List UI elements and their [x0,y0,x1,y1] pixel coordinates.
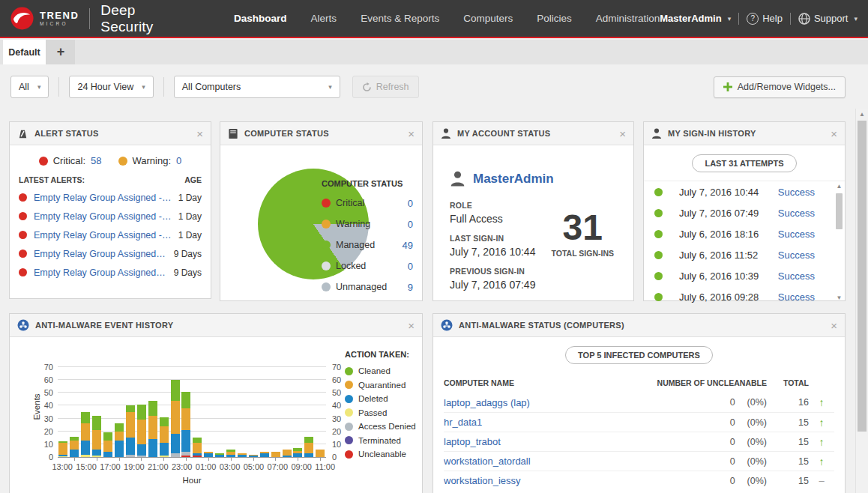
person-icon [651,128,662,139]
table-row: hr_data10(0%)15↑ [444,412,834,432]
bar-22:00[interactable] [171,380,180,457]
alert-row: Empty Relay Group Assigned - 19...1 Day [19,188,202,207]
bar-09:00[interactable] [293,448,302,457]
close-icon[interactable]: × [408,320,415,331]
legend-label: Locked [336,261,366,271]
close-icon[interactable]: × [831,320,837,331]
support-menu[interactable]: Support ▾ [798,13,858,25]
bar-segment-deleted [238,455,247,457]
alert-link[interactable]: Empty Relay Group Assigned - CA... [34,230,172,241]
critical-count-link[interactable]: 58 [91,155,101,166]
trend-up-icon: ↑ [809,396,834,408]
bar-14:00[interactable] [81,412,90,457]
scroll-up-icon[interactable]: ▲ [834,183,844,190]
computer-name-link[interactable]: workstation_atordall [444,456,654,467]
bar-07:00[interactable] [271,452,280,457]
scope-value: All [19,82,29,92]
close-icon[interactable]: × [408,128,415,139]
user-menu[interactable]: MasterAdmin ▾ [660,13,731,24]
last-attempts-button[interactable]: LAST 31 ATTEMPTS [692,154,796,172]
bar-17:00[interactable] [115,423,124,457]
scroll-down-icon[interactable]: ▼ [834,294,844,302]
close-icon[interactable]: × [196,128,203,139]
bar-03:00[interactable] [226,450,235,457]
bar-segment-deleted [92,450,101,456]
legend-count-link[interactable]: 0 [408,219,413,230]
refresh-button[interactable]: Refresh [352,76,419,98]
bar-12:00[interactable] [58,441,67,457]
scope-dropdown[interactable]: All ▾ [10,76,49,98]
bar-segment-passed [160,456,169,457]
tick-slot [315,458,326,461]
table-row: laptop_adaggs (lap)0(0%)16↑ [444,393,834,412]
computer-status-widget: COMPUTER STATUS × COMPUTER STATUS Critic… [220,121,423,301]
bar-06:00[interactable] [260,452,269,457]
page-scrollbar[interactable]: ▲ [855,109,868,493]
top5-infected-button[interactable]: TOP 5 INFECTED COMPUTERS [565,346,713,364]
account-username-link[interactable]: MasterAdmin [473,172,554,187]
y-tick-label: 0 [34,453,53,462]
signin-scrollbar[interactable]: ▲ ▼ [834,183,844,302]
nav-item-alerts[interactable]: Alerts [311,13,337,24]
bar-10:00[interactable] [304,437,313,457]
computer-name-link[interactable]: laptop_trabot [444,436,654,447]
scrollbar-thumb[interactable] [836,193,843,229]
scroll-up-icon[interactable]: ▲ [856,111,868,118]
x-ticks [58,458,326,461]
bar-23:00[interactable] [181,392,190,457]
bar-20:00[interactable] [148,401,157,457]
nav-item-dashboard[interactable]: Dashboard [234,13,287,24]
signin-status-link[interactable]: Success [778,208,815,219]
signin-status-link[interactable]: Success [778,270,815,282]
signin-status-link[interactable]: Success [778,187,815,198]
alert-link[interactable]: Empty Relay Group Assigned - 19... [34,193,172,203]
add-remove-widgets-button[interactable]: Add/Remove Widgets... [714,76,846,98]
computer-name-link[interactable]: laptop_adaggs (lap) [444,397,654,408]
uncleanable-pct: (0%) [747,476,767,486]
bar-19:00[interactable] [137,405,146,457]
add-tab-button[interactable]: + [46,40,75,64]
warning-dot-icon [118,157,127,166]
bar-21:00[interactable] [160,417,169,457]
alert-link[interactable]: Empty Relay Group Assigned - dir... [34,249,167,259]
nav-item-policies[interactable]: Policies [537,13,572,24]
warning-count-link[interactable]: 0 [176,155,181,166]
bar-15:00[interactable] [92,416,101,457]
computer-name-link[interactable]: workstation_iessy [444,475,654,486]
nav-item-administration[interactable]: Administration [596,13,660,24]
close-icon[interactable]: × [831,128,837,139]
x-tick-label: 17:00 [100,462,121,471]
computer-name-link[interactable]: hr_data1 [444,417,654,428]
bar-11:00[interactable] [316,450,325,457]
x-tick-label: 01:00 [196,462,217,471]
bar-02:00[interactable] [215,453,224,457]
bar-08:00[interactable] [283,450,292,457]
bar-18:00[interactable] [126,405,135,457]
legend-count-link[interactable]: 9 [408,282,413,293]
signin-status-link[interactable]: Success [778,249,815,261]
alert-age: 1 Day [178,193,202,203]
bar-01:00[interactable] [204,452,213,457]
x-tick-label: 03:00 [220,462,241,471]
tab-default[interactable]: Default [3,40,46,64]
bar-16:00[interactable] [103,432,112,457]
legend-count-link[interactable]: 0 [408,198,413,209]
nav-item-computers[interactable]: Computers [463,13,513,24]
alert-link[interactable]: Empty Relay Group Assigned - CA... [34,211,172,222]
help-menu[interactable]: ? Help [747,13,783,25]
signin-status-link[interactable]: Success [778,291,815,303]
bar-05:00[interactable] [249,455,258,457]
bar-04:00[interactable] [238,453,247,457]
alert-link[interactable]: Empty Relay Group Assigned - dir... [34,267,167,278]
computers-dropdown[interactable]: All Computers ▾ [174,76,340,98]
timerange-dropdown[interactable]: 24 Hour View ▾ [69,76,153,98]
legend-count-link[interactable]: 0 [408,261,413,272]
nav-item-events-reports[interactable]: Events & Reports [361,13,439,24]
bar-00:00[interactable] [193,438,202,457]
bar-13:00[interactable] [70,437,79,457]
close-icon[interactable]: × [619,128,626,139]
signin-status-link[interactable]: Success [778,229,815,240]
legend-count-link[interactable]: 49 [403,240,413,251]
scrollbar-thumb[interactable] [858,121,867,432]
x-tick [186,458,187,461]
